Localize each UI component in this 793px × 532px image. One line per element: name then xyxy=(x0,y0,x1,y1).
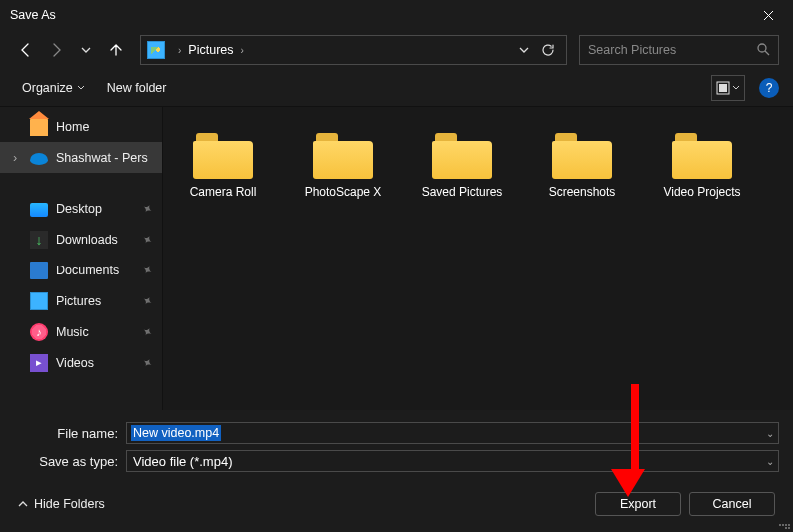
file-list[interactable]: Camera Roll PhotoScape X Saved Pictures … xyxy=(163,107,793,410)
folder-item[interactable]: Camera Roll xyxy=(163,125,283,235)
folder-icon xyxy=(193,133,253,179)
sidebar-item-label: Desktop xyxy=(56,202,102,216)
resize-grip[interactable] xyxy=(778,517,790,529)
folder-label: Saved Pictures xyxy=(422,185,503,199)
folder-icon xyxy=(672,133,732,179)
nav-row: › Pictures › xyxy=(0,30,793,70)
folder-label: Screenshots xyxy=(549,185,616,199)
sidebar-item-home[interactable]: Home xyxy=(0,111,162,142)
videos-icon xyxy=(30,354,48,372)
cancel-label: Cancel xyxy=(713,497,752,511)
downloads-icon xyxy=(30,231,48,249)
form-area: File name: New video.mp4 ⌄ Save as type:… xyxy=(0,410,793,472)
folder-label: Camera Roll xyxy=(190,185,257,199)
window-title: Save As xyxy=(10,8,753,22)
sidebar-item-label: Documents xyxy=(56,264,119,277)
chevron-right-icon[interactable]: › xyxy=(175,45,184,56)
pictures-icon xyxy=(147,41,165,59)
folder-item[interactable]: Video Projects xyxy=(642,125,762,235)
pin-icon: ✦ xyxy=(139,262,155,278)
forward-button[interactable] xyxy=(44,38,68,62)
chevron-down-icon[interactable]: ⌄ xyxy=(766,428,774,439)
pin-icon: ✦ xyxy=(139,200,155,217)
sidebar-item-label: Home xyxy=(56,120,89,134)
onedrive-icon xyxy=(30,153,48,165)
breadcrumb-current[interactable]: Pictures xyxy=(184,43,237,57)
hide-folders-label: Hide Folders xyxy=(34,497,105,511)
help-button[interactable]: ? xyxy=(759,78,779,98)
view-options-button[interactable] xyxy=(711,75,745,101)
chevron-down-icon[interactable]: ⌄ xyxy=(766,456,774,467)
footer: Hide Folders Export Cancel xyxy=(0,478,793,530)
sidebar-item-label: Music xyxy=(56,325,89,339)
export-label: Export xyxy=(620,497,656,511)
svg-rect-2 xyxy=(719,84,727,92)
folder-label: PhotoScape X xyxy=(305,185,382,199)
filename-value[interactable]: New video.mp4 xyxy=(131,425,221,441)
sidebar-item-pictures[interactable]: Pictures ✦ xyxy=(0,285,162,316)
organize-button[interactable]: Organize xyxy=(14,75,93,101)
home-icon xyxy=(30,118,48,136)
folder-icon xyxy=(552,133,612,179)
up-button[interactable] xyxy=(104,38,128,62)
chevron-up-icon xyxy=(18,499,28,509)
chevron-right-icon[interactable]: › xyxy=(238,45,247,56)
new-folder-label: New folder xyxy=(107,81,167,95)
sidebar-item-music[interactable]: Music ✦ xyxy=(0,316,162,347)
folder-item[interactable]: PhotoScape X xyxy=(283,125,402,235)
address-dropdown-button[interactable] xyxy=(512,38,536,62)
sidebar-item-label: Videos xyxy=(56,356,94,370)
address-bar[interactable]: › Pictures › xyxy=(140,35,567,65)
sidebar-item-documents[interactable]: Documents ✦ xyxy=(0,255,162,285)
search-icon xyxy=(756,42,770,59)
pin-icon: ✦ xyxy=(139,231,155,248)
cancel-button[interactable]: Cancel xyxy=(689,492,775,516)
search-input[interactable] xyxy=(588,43,756,57)
new-folder-button[interactable]: New folder xyxy=(99,75,175,101)
pictures-icon xyxy=(30,292,48,310)
search-box[interactable] xyxy=(579,35,779,65)
sidebar: Home › Shashwat - Pers Desktop ✦ Downloa… xyxy=(0,107,163,410)
sidebar-item-videos[interactable]: Videos ✦ xyxy=(0,347,162,378)
close-button[interactable] xyxy=(753,0,783,30)
toolbar: Organize New folder ? xyxy=(0,70,793,106)
pin-icon: ✦ xyxy=(139,323,155,340)
music-icon xyxy=(30,323,48,341)
folder-label: Video Projects xyxy=(663,185,740,199)
type-field[interactable]: Video file (*.mp4) ⌄ xyxy=(126,450,779,472)
organize-label: Organize xyxy=(22,81,73,95)
chevron-down-icon xyxy=(77,84,85,92)
refresh-button[interactable] xyxy=(536,38,560,62)
export-button[interactable]: Export xyxy=(595,492,681,516)
pin-icon: ✦ xyxy=(139,354,155,371)
sidebar-item-label: Shashwat - Pers xyxy=(56,151,148,165)
sidebar-item-downloads[interactable]: Downloads ✦ xyxy=(0,224,162,255)
folder-icon xyxy=(432,133,492,179)
desktop-icon xyxy=(30,203,48,217)
filename-field[interactable]: New video.mp4 ⌄ xyxy=(126,422,779,444)
folder-item[interactable]: Saved Pictures xyxy=(402,125,522,235)
pin-icon: ✦ xyxy=(139,292,155,309)
folder-icon xyxy=(313,133,373,179)
view-icon xyxy=(716,81,730,95)
sidebar-item-label: Pictures xyxy=(56,294,101,308)
back-button[interactable] xyxy=(14,38,38,62)
type-label: Save as type: xyxy=(14,454,126,469)
chevron-down-icon xyxy=(732,84,740,92)
svg-point-0 xyxy=(758,44,766,52)
sidebar-item-desktop[interactable]: Desktop ✦ xyxy=(0,193,162,224)
recent-locations-button[interactable] xyxy=(74,38,98,62)
sidebar-item-label: Downloads xyxy=(56,233,118,247)
title-bar: Save As xyxy=(0,0,793,30)
sidebar-item-onedrive[interactable]: › Shashwat - Pers xyxy=(0,142,162,173)
type-value: Video file (*.mp4) xyxy=(127,454,238,469)
filename-label: File name: xyxy=(14,426,126,441)
documents-icon xyxy=(30,262,48,279)
folder-item[interactable]: Screenshots xyxy=(522,125,642,235)
chevron-right-icon[interactable]: › xyxy=(8,151,22,165)
hide-folders-button[interactable]: Hide Folders xyxy=(18,497,105,511)
